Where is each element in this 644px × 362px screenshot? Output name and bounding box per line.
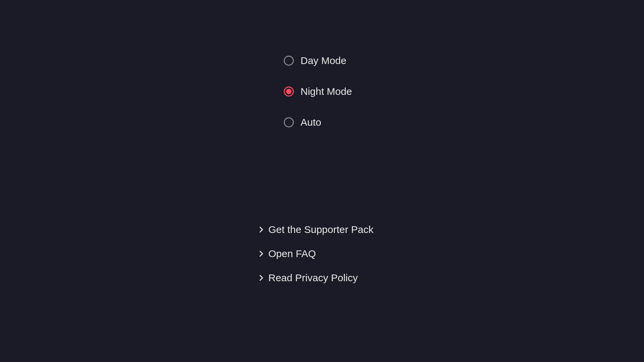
radio-selected-icon: [284, 86, 294, 97]
radio-dot-icon: [286, 89, 291, 94]
link-faq[interactable]: Open FAQ: [259, 248, 374, 259]
chevron-right-icon: [259, 274, 264, 282]
chevron-right-icon: [259, 226, 264, 233]
link-label: Get the Supporter Pack: [268, 224, 374, 235]
link-privacy-policy[interactable]: Read Privacy Policy: [259, 272, 374, 284]
theme-radio-group: Day Mode Night Mode Auto: [284, 55, 352, 128]
chevron-right-icon: [259, 250, 264, 257]
settings-panel: Day Mode Night Mode Auto Get the Support…: [0, 0, 644, 362]
radio-day-mode[interactable]: Day Mode: [284, 55, 352, 66]
link-label: Read Privacy Policy: [268, 272, 358, 284]
radio-label: Day Mode: [301, 55, 346, 66]
radio-night-mode[interactable]: Night Mode: [284, 86, 352, 97]
links-group: Get the Supporter Pack Open FAQ Read Pri…: [259, 224, 374, 284]
radio-label: Auto: [301, 117, 321, 128]
radio-label: Night Mode: [301, 86, 352, 97]
radio-auto[interactable]: Auto: [284, 117, 352, 128]
radio-circle-icon: [284, 117, 294, 127]
link-label: Open FAQ: [268, 248, 316, 259]
radio-circle-icon: [284, 56, 294, 66]
link-supporter-pack[interactable]: Get the Supporter Pack: [259, 224, 374, 235]
